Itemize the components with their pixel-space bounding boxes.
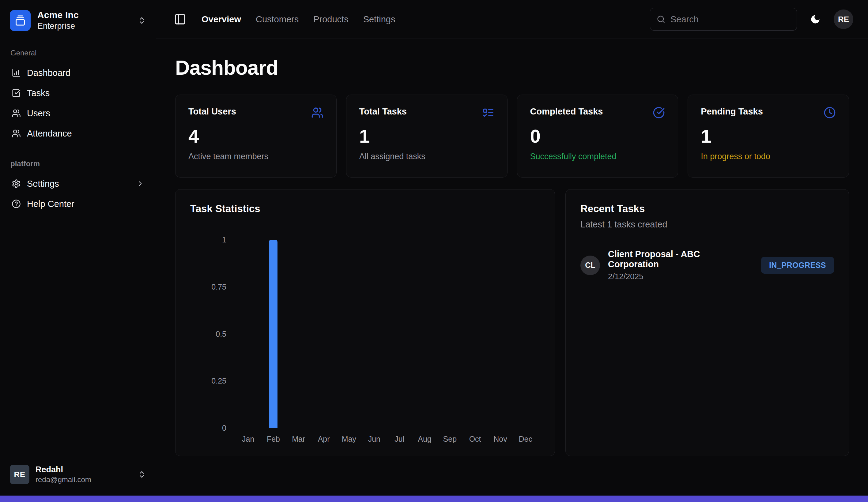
chart-x-tick: Aug (412, 435, 437, 443)
tab-customers[interactable]: Customers (256, 14, 299, 24)
topnav: OverviewCustomersProductsSettings RE (156, 0, 868, 39)
sidebar-item-label: Settings (27, 179, 130, 189)
nav-tabs: OverviewCustomersProductsSettings (202, 14, 395, 24)
main-column: OverviewCustomersProductsSettings RE Das… (156, 0, 868, 502)
stat-card-value: 1 (359, 127, 494, 146)
chart-bar-slot (362, 240, 387, 428)
stat-card-total-users: Total Users4Active team members (175, 95, 337, 178)
help-circle-icon (12, 199, 21, 208)
task-statistics-card: Task Statistics 10.750.50.250 JanFebMarA… (175, 189, 555, 456)
bar-chart: 10.750.50.250 (190, 240, 540, 428)
chart-x-tick: Jun (362, 435, 387, 443)
panel-left-icon (174, 13, 186, 25)
chart-bar-slot (437, 240, 463, 428)
chart-bar-slot (286, 240, 311, 428)
footer-accent-bar (0, 495, 868, 502)
task-status-badge: IN_PROGRESS (761, 257, 834, 274)
stat-card-value: 4 (188, 127, 323, 146)
org-name: Acme Inc (37, 10, 131, 20)
chart-x-tick: Oct (463, 435, 488, 443)
chart-x-tick: May (336, 435, 361, 443)
chart-bar-slot (311, 240, 336, 428)
sidebar-item-dashboard[interactable]: Dashboard (7, 63, 148, 83)
company-logo-icon (15, 15, 26, 26)
stat-card-total-tasks: Total Tasks1All assigned tasks (346, 95, 507, 178)
sidebar-item-attendance[interactable]: Attendance (7, 123, 148, 144)
stat-card-value: 1 (701, 127, 836, 146)
sidebar-item-settings[interactable]: Settings (7, 174, 148, 194)
task-list-item[interactable]: CLClient Proposal - ABC Corporation2/12/… (580, 249, 834, 281)
chevrons-up-down-icon (137, 16, 146, 25)
stat-card-completed-tasks: Completed Tasks0Successfully completed (517, 95, 679, 178)
sidebar-item-label: Dashboard (27, 68, 144, 78)
chevrons-up-down-icon (137, 470, 146, 479)
app-root: Acme Inc Enterprise GeneralDashboardTask… (0, 0, 868, 502)
chart-bar-slot (387, 240, 412, 428)
chart-bar-feb (269, 240, 278, 428)
chart-y-tick: 0.75 (211, 282, 226, 291)
stat-card-title: Completed Tasks (530, 106, 603, 117)
chart-x-tick: Feb (261, 435, 286, 443)
stat-card-subtitle: Successfully completed (530, 152, 665, 161)
org-switcher[interactable]: Acme Inc Enterprise (7, 8, 148, 33)
chevron-right-icon (136, 180, 144, 188)
stat-card-subtitle: All assigned tasks (359, 152, 494, 161)
sidebar-item-label: Attendance (27, 128, 144, 139)
stat-card-title: Total Tasks (359, 106, 407, 117)
sidebar-toggle-button[interactable] (174, 13, 186, 25)
user-email: reda@gmail.com (35, 475, 131, 484)
chart-x-tick: Sep (437, 435, 463, 443)
stat-card-title: Pending Tasks (701, 106, 763, 117)
search-input[interactable] (650, 8, 797, 31)
sidebar: Acme Inc Enterprise GeneralDashboardTask… (0, 0, 156, 502)
users-icon (12, 129, 21, 138)
tab-overview[interactable]: Overview (202, 14, 241, 24)
tab-products[interactable]: Products (313, 14, 348, 24)
search-box (650, 8, 797, 31)
chart-bar-slot (261, 240, 286, 428)
chart-column-icon (12, 68, 21, 77)
stat-card-value: 0 (530, 127, 665, 146)
chart-y-axis: 10.750.50.250 (190, 240, 226, 428)
chart-bar-slot (488, 240, 513, 428)
chart-bar-slot (463, 240, 488, 428)
page-title: Dashboard (175, 56, 849, 79)
sidebar-nav: GeneralDashboardTasksUsersAttendanceplat… (7, 33, 148, 214)
chart-x-axis: JanFebMarAprMayJunJulAugSepOctNovDec (236, 435, 538, 443)
users-icon (311, 106, 323, 119)
chart-x-tick: Dec (513, 435, 538, 443)
task-date: 2/12/2025 (608, 272, 753, 281)
chart-x-tick: Apr (311, 435, 336, 443)
chart-y-tick: 0.25 (211, 377, 226, 385)
chart-plot-area (236, 240, 538, 428)
recent-tasks-card: Recent Tasks Latest 1 tasks created CLCl… (565, 189, 849, 456)
chart-title: Task Statistics (190, 203, 540, 215)
chart-x-tick: Mar (286, 435, 311, 443)
sidebar-item-tasks[interactable]: Tasks (7, 83, 148, 103)
org-plan: Enterprise (37, 21, 131, 31)
nav-avatar[interactable]: RE (834, 10, 853, 29)
sidebar-item-label: Users (27, 108, 144, 118)
page-content: Dashboard Total Users4Active team member… (156, 39, 868, 502)
search-icon (657, 15, 665, 23)
chart-x-tick: Jul (387, 435, 412, 443)
user-name: Redahl (35, 465, 131, 474)
sidebar-item-label: Tasks (27, 88, 144, 98)
chart-y-tick: 0 (222, 423, 226, 432)
stat-card-title: Total Users (188, 106, 236, 117)
chart-y-tick: 1 (222, 236, 226, 244)
chart-bar-slot (513, 240, 538, 428)
sidebar-section-label: General (10, 49, 148, 57)
tab-settings[interactable]: Settings (363, 14, 395, 24)
task-title: Client Proposal - ABC Corporation (608, 249, 753, 269)
sidebar-item-users[interactable]: Users (7, 103, 148, 123)
sidebar-item-help-center[interactable]: Help Center (7, 194, 148, 214)
stat-card-subtitle: In progress or todo (701, 152, 836, 161)
user-menu[interactable]: RE Redahl reda@gmail.com (7, 462, 148, 487)
square-check-icon (12, 88, 21, 98)
theme-toggle-button[interactable] (810, 14, 821, 25)
chart-y-tick: 0.5 (216, 330, 226, 338)
recent-tasks-title: Recent Tasks (580, 203, 834, 215)
users-icon (12, 109, 21, 118)
stat-card-subtitle: Active team members (188, 152, 323, 161)
